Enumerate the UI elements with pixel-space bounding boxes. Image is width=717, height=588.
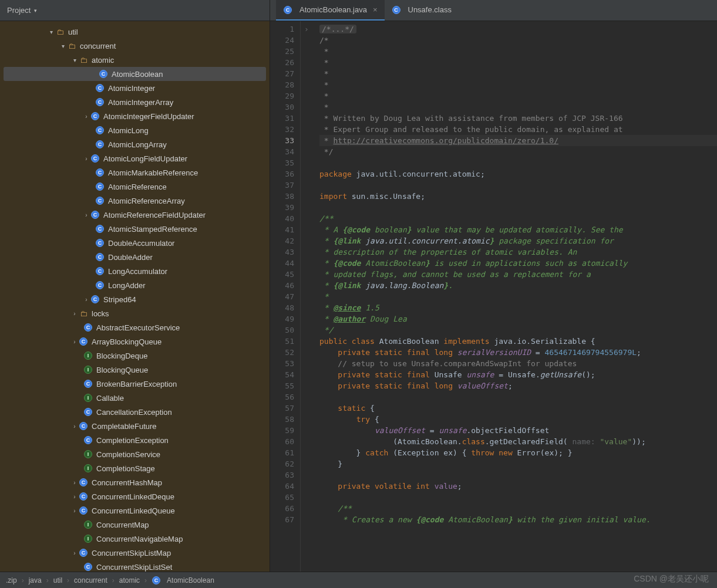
tree-row[interactable]: CAtomicBoolean (4, 67, 266, 81)
tree-row[interactable]: CLongAccumulator (0, 264, 270, 278)
code-area[interactable]: /*...*//* * * * * * * * Written by Doug … (312, 21, 717, 572)
code-line[interactable] (319, 202, 717, 213)
tree-row[interactable]: CCompletionException (0, 433, 270, 447)
breadcrumb-item[interactable]: util (53, 576, 62, 584)
code-line[interactable]: * Written by Doug Lea with assistance fr… (319, 113, 717, 124)
code-line[interactable]: private static final long valueOffset; (319, 380, 717, 391)
breadcrumb-item[interactable]: concurrent (74, 576, 107, 584)
project-tree[interactable]: ▾🗀util▾🗀concurrent▾🗀atomicCAtomicBoolean… (0, 21, 270, 572)
chevron-down-icon[interactable]: ▾ (70, 57, 79, 63)
tree-row[interactable]: CAtomicReferenceArray (0, 194, 270, 208)
tree-row[interactable]: CAtomicInteger (0, 81, 270, 95)
tree-row[interactable]: ›CAtomicIntegerFieldUpdater (0, 109, 270, 123)
tree-row[interactable]: CDoubleAccumulator (0, 236, 270, 250)
chevron-right-icon[interactable]: › (82, 113, 90, 120)
chevron-right-icon[interactable]: › (70, 479, 79, 486)
code-line[interactable]: * {@code AtomicBoolean} is used in appli… (319, 258, 717, 269)
tree-row[interactable]: IConcurrentMap (0, 518, 270, 532)
code-line[interactable]: * (319, 79, 717, 90)
code-line[interactable]: /** (319, 213, 717, 224)
code-line[interactable]: * Expert Group and released to the publi… (319, 124, 717, 135)
breadcrumb-item[interactable]: .zip (6, 576, 17, 584)
code-line[interactable]: static { (319, 403, 717, 414)
chevron-right-icon[interactable]: › (70, 310, 79, 317)
close-icon[interactable]: × (373, 5, 378, 14)
tree-row[interactable]: ›CConcurrentHashMap (0, 475, 270, 489)
code-line[interactable]: * description of the properties of atomi… (319, 246, 717, 258)
tree-row[interactable]: IConcurrentNavigableMap (0, 532, 270, 546)
code-line[interactable]: * A {@code boolean} value that may be up… (319, 224, 717, 235)
code-line[interactable]: private volatile int value; (319, 481, 717, 492)
tree-row[interactable]: CAtomicReference (0, 180, 270, 194)
project-tool-tab[interactable]: Project ▾ (0, 0, 270, 21)
code-line[interactable]: * (319, 90, 717, 102)
breadcrumb-item[interactable]: atomic (119, 576, 140, 584)
tree-row[interactable]: ICompletionService (0, 447, 270, 461)
code-line[interactable]: * (319, 68, 717, 79)
code-line[interactable]: valueOffset = unsafe.objectFieldOffset (319, 425, 717, 436)
code-line[interactable]: // setup to use Unsafe.compareAndSwapInt… (319, 358, 717, 369)
chevron-right-icon[interactable]: › (82, 212, 90, 218)
tree-row[interactable]: CCancellationException (0, 405, 270, 419)
code-line[interactable]: /** (319, 503, 717, 514)
tree-row[interactable]: ICallable (0, 391, 270, 405)
chevron-right-icon[interactable]: › (70, 423, 79, 430)
tree-row[interactable]: IBlockingQueue (0, 363, 270, 377)
chevron-down-icon[interactable]: ▾ (59, 43, 67, 49)
code-line[interactable] (319, 180, 717, 191)
tree-row[interactable]: ›CStriped64 (0, 292, 270, 306)
code-line[interactable] (319, 157, 717, 168)
code-line[interactable]: */ (319, 325, 717, 336)
tree-row[interactable]: ▾🗀util (0, 25, 270, 39)
code-line[interactable]: try { (319, 414, 717, 425)
tree-row[interactable]: CAtomicLong (0, 123, 270, 137)
tree-row[interactable]: ›CCompletableFuture (0, 419, 270, 433)
breadcrumb-bar[interactable]: .zip›java›util›concurrent›atomic›C Atomi… (0, 572, 717, 588)
chevron-right-icon[interactable]: › (82, 156, 90, 162)
breadcrumb-item[interactable]: java (29, 576, 42, 584)
chevron-right-icon[interactable]: › (70, 494, 79, 500)
code-line[interactable]: * (319, 102, 717, 113)
code-line[interactable]: * Creates a new {@code AtomicBoolean} wi… (319, 514, 717, 525)
tree-row[interactable]: ▾🗀atomic (0, 53, 270, 67)
code-line[interactable]: * (319, 46, 717, 57)
tree-row[interactable]: CAtomicLongArray (0, 137, 270, 151)
code-editor[interactable]: 1242526272829303132333435363738394041424… (270, 21, 717, 572)
editor-tab[interactable]: CUnsafe.class (385, 0, 459, 21)
code-line[interactable]: package java.util.concurrent.atomic; (319, 168, 717, 180)
code-line[interactable]: private static final Unsafe unsafe = Uns… (319, 369, 717, 380)
code-line[interactable]: (AtomicBoolean.class.getDeclaredField( n… (319, 436, 717, 447)
tree-row[interactable]: CAbstractExecutorService (0, 320, 270, 334)
tree-row[interactable]: ICompletionStage (0, 461, 270, 475)
chevron-right-icon[interactable]: › (70, 550, 79, 556)
tree-row[interactable]: ›CConcurrentLinkedDeque (0, 489, 270, 503)
code-line[interactable]: * @author Doug Lea (319, 313, 717, 325)
code-line[interactable]: * (319, 291, 717, 302)
code-line[interactable]: * {@link java.util.concurrent.atomic} pa… (319, 235, 717, 246)
code-line[interactable]: */ (319, 146, 717, 157)
tree-row[interactable]: CAtomicIntegerArray (0, 95, 270, 109)
code-line[interactable]: } (319, 458, 717, 469)
tree-row[interactable]: ›CAtomicReferenceFieldUpdater (0, 208, 270, 222)
tree-row[interactable]: IBlockingDeque (0, 349, 270, 363)
code-line[interactable]: import sun.misc.Unsafe; (319, 191, 717, 202)
tree-row[interactable]: ›CConcurrentSkipListMap (0, 546, 270, 560)
tree-row[interactable]: CAtomicMarkableReference (0, 165, 270, 180)
tree-row[interactable]: ›CConcurrentLinkedQueue (0, 503, 270, 518)
tree-row[interactable]: ›CArrayBlockingQueue (0, 334, 270, 349)
tree-row[interactable]: ›CAtomicLongFieldUpdater (0, 151, 270, 165)
code-line[interactable]: /*...*/ (319, 23, 717, 35)
tree-row[interactable]: CBrokenBarrierException (0, 377, 270, 391)
chevron-right-icon[interactable]: › (70, 339, 79, 345)
editor-tab[interactable]: CAtomicBoolean.java× (276, 0, 385, 21)
code-line[interactable]: * @since 1.5 (319, 302, 717, 313)
tree-row[interactable]: ▾🗀concurrent (0, 39, 270, 53)
code-line[interactable] (319, 492, 717, 503)
code-line[interactable]: * http://creativecommons.org/publicdomai… (319, 135, 717, 146)
code-line[interactable] (319, 391, 717, 403)
code-line[interactable]: } catch (Exception ex) { throw new Error… (319, 447, 717, 458)
code-line[interactable]: * (319, 57, 717, 68)
chevron-down-icon[interactable]: ▾ (47, 29, 55, 35)
chevron-right-icon[interactable]: › (82, 296, 90, 303)
code-line[interactable]: * {@link java.lang.Boolean}. (319, 280, 717, 291)
